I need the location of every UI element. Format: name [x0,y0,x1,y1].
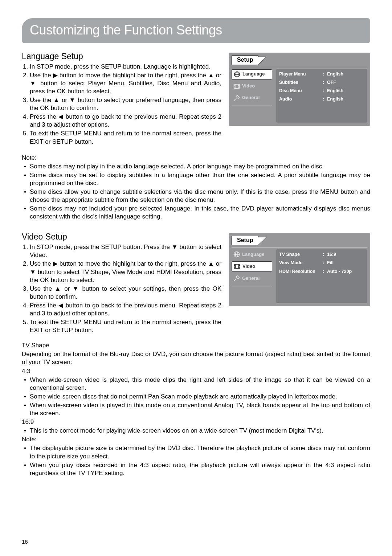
tools-icon [233,275,240,282]
tvshape-heading: TV Shape [22,342,370,349]
step-item: Press the ◀ button to go back to the pre… [30,302,221,318]
bullet-item: When wide-screen video is played in this… [22,401,370,417]
tools-icon [233,94,240,102]
bullet-item: Some wide-screen discs that do not permi… [22,393,370,401]
sidebar-label: Language [242,252,264,258]
note-item: Some discs allow you to change subtitle … [22,188,370,204]
setup-sidebar: Language Video General [232,249,272,303]
setup-row: View Mode:Fill [279,260,364,266]
note-item: Some discs may not play in the audio lan… [22,163,370,171]
sidebar-item-video[interactable]: Video [232,261,272,271]
video-setup-heading: Video Setup [22,232,221,242]
step-item: Use the ▲ or ▼ button to select your pre… [30,96,221,112]
sidebar-item-general[interactable]: General [232,274,272,283]
film-icon [233,263,241,270]
page-title-bar: Customizing the Function Settings [22,18,370,43]
step-item: Use the ▲ or ▼ button to select your set… [30,285,221,301]
globe-icon [233,251,240,258]
setup-row: Subtitles:OFF [279,79,364,85]
ratio-43-label: 4:3 [22,367,370,375]
step-item: In STOP mode, press the SETUP button. Pr… [30,243,221,259]
setup-row: Player Menu:English [279,71,364,77]
tab-decoration [258,237,266,245]
setup-content: TV Shape:16:9 View Mode:Fill HDMI Resolu… [276,249,367,303]
setup-panel-video: Setup Language [229,233,370,306]
sidebar-label: General [242,275,260,282]
note-item: Some discs may be set to display subtitl… [22,171,370,187]
page-number: 16 [22,538,28,545]
bullet-item: This is the correct mode for playing wid… [22,427,370,435]
step-item: To exit the SETUP MENU and return to the… [30,130,221,146]
note-item: When you play discs recorded in the 4:3 … [22,461,370,477]
language-setup-heading: Language Setup [22,51,221,62]
setup-row: Audio:English [279,96,364,102]
language-setup-section: Language Setup In STOP mode, press the S… [22,51,370,221]
svg-rect-2 [234,84,240,89]
setup-row: HDMI Resolution:Auto - 720p [279,269,364,274]
sidebar-label: Language [242,71,265,77]
sidebar-label: General [242,95,260,101]
globe-icon [233,71,241,78]
setup-tab: Setup [232,236,258,245]
sidebar-item-language[interactable]: Language [232,250,272,259]
language-notes: Some discs may not play in the audio lan… [22,163,370,221]
sidebar-label: Video [242,83,255,89]
video-setup-steps: In STOP mode, press the SETUP button. Pr… [22,243,221,334]
setup-panel-language: Setup Language [229,53,370,126]
note-heading: Note: [22,436,370,443]
sidebar-item-general[interactable]: General [232,93,272,103]
svg-rect-5 [234,264,240,269]
sidebar-item-video[interactable]: Video [232,82,272,91]
film-icon [233,83,240,90]
sidebar-divider [232,106,272,106]
video-notes: The displayable picture size is determin… [22,444,370,477]
setup-sidebar: Language Video General [232,69,272,123]
sidebar-label: Video [242,263,255,270]
tvshape-intro: Depending on the format of the Blu-ray D… [22,350,370,366]
ratio-43-bullets: When wide-screen video is played, this m… [22,376,370,417]
step-item: In STOP mode, press the SETUP button. La… [30,63,221,71]
step-item: Press the ◀ button to go back to the pre… [30,113,221,129]
sidebar-item-language[interactable]: Language [232,69,272,79]
page-title: Customizing the Function Settings [30,22,362,39]
note-heading: Note: [22,154,370,162]
setup-row: TV Shape:16:9 [279,252,364,257]
tab-decoration [258,57,266,65]
step-item: Use the ▶ button to move the highlight b… [30,71,221,95]
setup-tab: Setup [232,56,258,65]
video-setup-section: Video Setup In STOP mode, press the SETU… [22,232,370,477]
ratio-169-label: 16:9 [22,418,370,426]
note-item: The displayable picture size is determin… [22,444,370,460]
setup-row: Disc Menu:English [279,88,364,94]
note-item: Some discs may not included your pre-sel… [22,205,370,221]
ratio-169-bullets: This is the correct mode for playing wid… [22,427,370,435]
bullet-item: When wide-screen video is played, this m… [22,376,370,392]
step-item: To exit the SETUP MENU and return to the… [30,318,221,334]
language-setup-steps: In STOP mode, press the SETUP button. La… [22,63,221,146]
setup-content: Player Menu:English Subtitles:OFF Disc M… [276,69,367,123]
step-item: Use the ▶ button to move the highlight b… [30,260,221,284]
sidebar-divider [232,286,272,286]
